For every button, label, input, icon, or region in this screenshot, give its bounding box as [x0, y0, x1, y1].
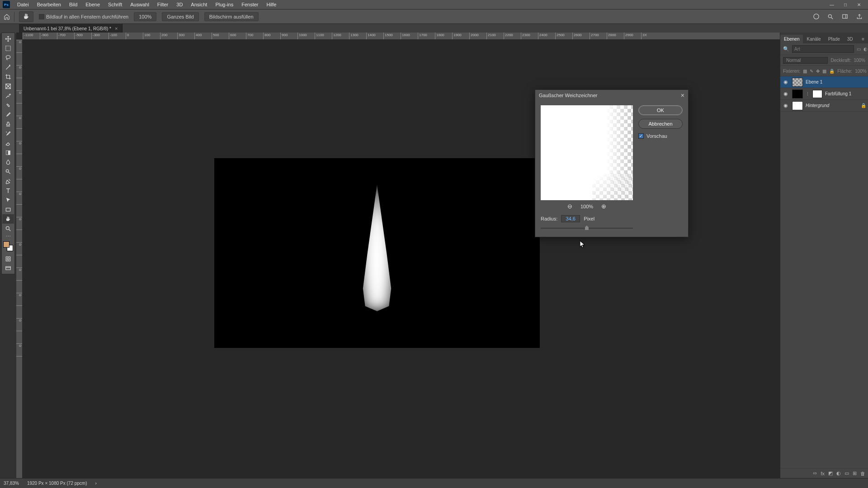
- layer-search-input[interactable]: [792, 45, 854, 53]
- window-minimize-icon[interactable]: —: [826, 2, 838, 7]
- gradient-tool-icon[interactable]: [2, 148, 14, 157]
- menu-fenster[interactable]: Fenster: [238, 0, 262, 9]
- tab-pfade[interactable]: Pfade: [825, 35, 844, 43]
- canvas[interactable]: [214, 158, 540, 348]
- healing-tool-icon[interactable]: [2, 100, 14, 110]
- lasso-tool-icon[interactable]: [2, 53, 14, 62]
- edit-toolbar-icon[interactable]: ⋯: [2, 233, 14, 239]
- stamp-tool-icon[interactable]: [2, 119, 14, 129]
- dialog-close-icon[interactable]: ×: [681, 92, 684, 99]
- document-tab[interactable]: Unbenannt-1 bei 37,8% (Ebene 1, RGB/8) *…: [19, 23, 123, 33]
- scroll-all-checkbox[interactable]: [39, 14, 44, 19]
- visibility-icon[interactable]: ◉: [782, 103, 789, 108]
- menu-bild[interactable]: Bild: [66, 0, 81, 9]
- path-select-tool-icon[interactable]: [2, 195, 14, 205]
- pen-tool-icon[interactable]: [2, 176, 14, 186]
- brush-tool-icon[interactable]: [2, 110, 14, 119]
- move-tool-icon[interactable]: [2, 34, 14, 43]
- lock-paint-icon[interactable]: ✎: [810, 68, 813, 74]
- status-doc-info[interactable]: 1920 Px × 1080 Px (72 ppcm): [27, 481, 87, 486]
- status-chevron-icon[interactable]: ›: [95, 481, 97, 486]
- new-layer-icon[interactable]: ⊞: [853, 470, 857, 476]
- menu-auswahl[interactable]: Auswahl: [127, 0, 153, 9]
- layer-fx-icon[interactable]: fx: [821, 471, 825, 476]
- layer-thumb[interactable]: [792, 101, 803, 110]
- status-zoom[interactable]: 37,83%: [4, 481, 19, 486]
- filter-adjust-icon[interactable]: ◐: [863, 46, 868, 52]
- menu-datei[interactable]: Datei: [14, 0, 33, 9]
- slider-thumb-icon[interactable]: [585, 225, 589, 230]
- preview-checkbox[interactable]: ✓: [638, 133, 644, 139]
- radius-input[interactable]: [561, 215, 580, 222]
- cancel-button[interactable]: Abbrechen: [638, 119, 683, 129]
- fit-screen-button[interactable]: Ganzes Bild: [162, 12, 198, 21]
- menu-hilfe[interactable]: Hilfe: [263, 0, 280, 9]
- tab-kanaele[interactable]: Kanäle: [803, 35, 824, 43]
- hand-tool-icon[interactable]: [19, 11, 33, 22]
- menu-filter[interactable]: Filter: [154, 0, 172, 9]
- menu-bearbeiten[interactable]: Bearbeiten: [33, 0, 65, 9]
- blend-mode-select[interactable]: Normal: [783, 57, 828, 64]
- hand-tool-icon[interactable]: [2, 214, 14, 224]
- screenmode-icon[interactable]: [2, 263, 14, 273]
- quickmask-icon[interactable]: [2, 254, 14, 263]
- cloud-icon[interactable]: [811, 12, 821, 22]
- lock-all-icon[interactable]: 🔒: [829, 68, 835, 74]
- fill-value[interactable]: 100%: [855, 69, 867, 74]
- history-brush-tool-icon[interactable]: [2, 129, 14, 138]
- layer-thumb[interactable]: [792, 89, 803, 99]
- window-close-icon[interactable]: ✕: [853, 2, 865, 7]
- visibility-icon[interactable]: ◉: [782, 91, 789, 97]
- wand-tool-icon[interactable]: [2, 62, 14, 72]
- delete-layer-icon[interactable]: 🗑: [860, 471, 865, 476]
- link-icon[interactable]: ⋮: [806, 92, 810, 96]
- eyedropper-tool-icon[interactable]: [2, 91, 14, 100]
- zoom-in-icon[interactable]: ⊕: [601, 203, 606, 210]
- layer-name[interactable]: Hintergrund: [806, 103, 829, 108]
- crop-tool-icon[interactable]: [2, 72, 14, 81]
- menu-ebene[interactable]: Ebene: [82, 0, 104, 9]
- lock-icon[interactable]: 🔒: [861, 103, 866, 108]
- fill-screen-button[interactable]: Bildschirm ausfüllen: [204, 12, 259, 21]
- adjustment-layer-icon[interactable]: ◐: [836, 470, 841, 476]
- layer-row[interactable]: ◉ ⋮ Farbfüllung 1: [780, 88, 868, 100]
- type-tool-icon[interactable]: T: [2, 186, 14, 195]
- lock-nest-icon[interactable]: ▦: [822, 68, 826, 74]
- menu-plugins[interactable]: Plug-ins: [212, 0, 237, 9]
- menu-3d[interactable]: 3D: [173, 0, 186, 9]
- filter-pixel-icon[interactable]: ▭: [857, 46, 861, 52]
- layer-row[interactable]: ◉ Ebene 1: [780, 76, 868, 88]
- tab-ebenen[interactable]: Ebenen: [780, 35, 803, 43]
- rectangle-tool-icon[interactable]: [2, 205, 14, 214]
- menu-ansicht[interactable]: Ansicht: [187, 0, 211, 9]
- visibility-icon[interactable]: ◉: [782, 79, 789, 85]
- menu-schrift[interactable]: Schrift: [104, 0, 126, 9]
- color-swatch[interactable]: [3, 241, 13, 251]
- tab-3d[interactable]: 3D: [844, 35, 857, 43]
- lock-pos-icon[interactable]: ✥: [816, 68, 820, 74]
- dialog-preview[interactable]: [541, 105, 633, 200]
- window-restore-icon[interactable]: □: [839, 2, 852, 7]
- dialog-titlebar[interactable]: Gaußscher Weichzeichner ×: [535, 90, 688, 101]
- home-icon[interactable]: [3, 12, 14, 22]
- eraser-tool-icon[interactable]: [2, 138, 14, 148]
- marquee-tool-icon[interactable]: [2, 43, 14, 53]
- share-icon[interactable]: [854, 12, 864, 22]
- opacity-value[interactable]: 100%: [854, 58, 865, 63]
- workspace-icon[interactable]: [840, 12, 850, 22]
- close-tab-icon[interactable]: ×: [115, 26, 118, 31]
- ok-button[interactable]: OK: [638, 105, 683, 115]
- lock-trans-icon[interactable]: ▩: [803, 68, 807, 74]
- search-icon[interactable]: [826, 12, 835, 22]
- zoom-100-button[interactable]: 100%: [134, 12, 156, 21]
- link-layers-icon[interactable]: ⬄: [813, 470, 817, 476]
- zoom-tool-icon[interactable]: [2, 224, 14, 233]
- layer-mask-thumb[interactable]: [812, 90, 822, 98]
- blur-tool-icon[interactable]: [2, 157, 14, 167]
- panel-menu-icon[interactable]: ≡: [858, 35, 868, 43]
- layer-mask-icon[interactable]: ◩: [828, 470, 833, 476]
- group-icon[interactable]: ▭: [844, 470, 849, 476]
- layer-row[interactable]: ◉ Hintergrund 🔒: [780, 100, 868, 112]
- layer-name[interactable]: Ebene 1: [806, 80, 822, 84]
- layer-thumb[interactable]: [792, 78, 803, 87]
